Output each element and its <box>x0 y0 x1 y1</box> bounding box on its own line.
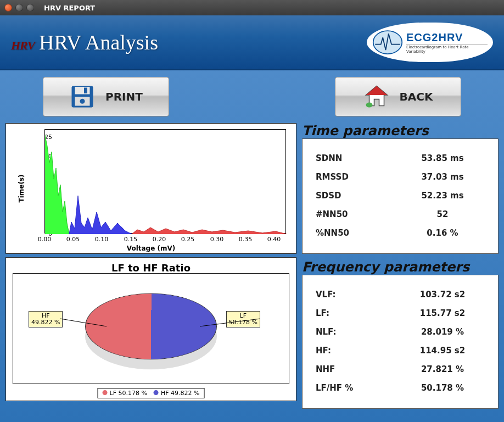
pie-leader-lines <box>13 274 289 384</box>
frequency-parameters-title: Frequency parameters <box>302 259 499 275</box>
window-maximize-button[interactable] <box>26 4 34 12</box>
svg-line-9 <box>60 319 107 326</box>
window-title: HRV REPORT <box>44 4 95 12</box>
svg-marker-7 <box>366 86 387 96</box>
param-row: LF/HF %50.178 % <box>316 379 485 397</box>
print-button-label: PRINT <box>105 90 143 103</box>
param-row: SDSD52.23 ms <box>316 186 485 205</box>
svg-point-8 <box>366 103 372 108</box>
param-row: HF:114.95 s2 <box>316 341 485 360</box>
back-button-label: BACK <box>400 90 433 103</box>
time-parameters-title: Time parameters <box>302 123 499 138</box>
svg-point-0 <box>373 31 402 54</box>
spectrum-plot <box>44 129 286 234</box>
spectrum-chart: Time(s) Voltage (mV) 0 5 10 15 20 25 0.0… <box>5 123 296 254</box>
app-header: HRV HRV Analysis ECG2HRV Electrocardiogr… <box>0 15 504 70</box>
print-button[interactable]: PRINT <box>43 77 169 116</box>
time-parameters-box: SDNN53.85 ms RMSSD37.03 ms SDSD52.23 ms … <box>302 138 499 254</box>
param-row: %NN500.16 % <box>316 224 485 242</box>
brand-name: ECG2HRV <box>406 31 488 44</box>
page-title: HRV Analysis <box>39 30 158 54</box>
hrv-logo: HRV <box>11 38 35 53</box>
home-icon <box>363 84 390 110</box>
svg-line-10 <box>200 319 260 326</box>
param-row: SDNN53.85 ms <box>316 149 485 168</box>
svg-rect-3 <box>84 88 87 94</box>
pie-legend: LF 50.178 % HF 49.822 % <box>98 388 205 398</box>
frequency-parameters-box: VLF:103.72 s2 LF:115.77 s2 NLF:28.019 % … <box>302 275 499 409</box>
brand-tagline: Electrocardiogram to Heart Rate Variabil… <box>406 44 488 54</box>
spectrum-xlabel: Voltage (mV) <box>127 245 176 252</box>
param-row: VLF:103.72 s2 <box>316 285 485 304</box>
param-row: NHF27.821 % <box>316 360 485 379</box>
pie-title: LF to HF Ratio <box>9 261 293 274</box>
param-row: #NN5052 <box>316 205 485 224</box>
param-row: NLF:28.019 % <box>316 323 485 341</box>
svg-rect-2 <box>75 87 90 95</box>
param-row: LF:115.77 s2 <box>316 304 485 323</box>
ecg-logo-icon <box>372 27 403 58</box>
window-minimize-button[interactable] <box>15 4 23 12</box>
brand-badge: ECG2HRV Electrocardiogram to Heart Rate … <box>367 23 493 62</box>
window-titlebar: HRV REPORT <box>0 0 504 15</box>
spectrum-ylabel: Time(s) <box>18 174 25 202</box>
content-area: PRINT BACK Time(s) Voltage (mV) 0 5 10 1… <box>0 70 504 422</box>
window-close-button[interactable] <box>4 4 12 12</box>
svg-point-5 <box>80 99 85 104</box>
param-row: RMSSD37.03 ms <box>316 168 485 186</box>
pie-chart: LF to HF Ratio HF49.822 % LF50.178 % <box>5 257 296 401</box>
save-disk-icon <box>69 84 96 110</box>
back-button[interactable]: BACK <box>335 77 461 116</box>
